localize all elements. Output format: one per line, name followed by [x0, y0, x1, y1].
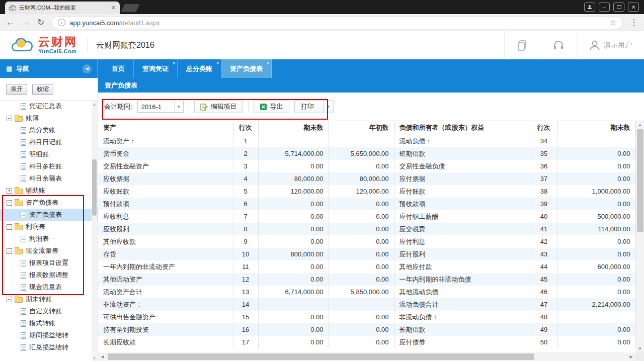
table-cell: 0.00 [329, 235, 394, 248]
scroll-down-icon[interactable]: ▼ [636, 345, 644, 352]
user-button[interactable]: 演示用户 [577, 31, 644, 59]
table-cell: 长期应收款 [98, 336, 233, 348]
table-row[interactable]: 其他流动资产120.000.00一年内到期的非流动负债450.00 [98, 273, 635, 286]
tree-item[interactable]: −利润表 [0, 221, 98, 233]
refresh-button[interactable]: ↻ [37, 18, 44, 27]
tree-item[interactable]: 现金流量表 [0, 281, 98, 293]
table-row[interactable]: 存货10800,000.000.00应付股利430.00 [98, 248, 635, 260]
table-vertical-scrollbar[interactable]: ▲ ▼ [636, 121, 644, 352]
column-header[interactable]: 负债和所有者（或股东）权益 [394, 121, 531, 135]
page-info-icon[interactable]: i [58, 19, 65, 26]
tree-item[interactable]: 报表数据调整 [0, 269, 98, 281]
print-dropdown-icon[interactable]: ▼ [323, 101, 333, 113]
expand-plus-icon[interactable]: + [7, 188, 12, 194]
column-header[interactable]: 行次 [233, 121, 258, 135]
table-row[interactable]: 持有至到期投资160.000.00长期借款490.00 [98, 323, 635, 336]
table-horizontal-scrollbar[interactable]: ◀ ▶ [98, 352, 644, 361]
table-row[interactable]: 长期应收款170.000.00应付债券500.00 [98, 336, 635, 348]
print-button[interactable]: 打印 ▼ [294, 100, 334, 113]
scroll-up-icon[interactable]: ▲ [92, 102, 97, 107]
tree-item[interactable]: 科目日记账 [0, 136, 98, 148]
table-row[interactable]: 应收账款5120,000.00120,000.00应付账款381,000,000… [98, 185, 635, 198]
browser-menu-icon[interactable]: ⋮ [630, 18, 638, 27]
collapse-minus-icon[interactable]: − [7, 200, 12, 206]
tab-close-icon[interactable]: × [216, 60, 219, 66]
maximize-button[interactable] [613, 3, 624, 12]
export-button[interactable]: 导出 [254, 100, 289, 113]
tree-item[interactable]: 科目多栏账 [0, 160, 98, 172]
tree-item[interactable]: 科目余额表 [0, 172, 98, 185]
tree-item[interactable]: −账簿 [0, 112, 98, 124]
table-row[interactable]: 应收利息70.000.00应付职工薪酬40500,000.00 [98, 210, 635, 223]
new-tab-button[interactable] [121, 4, 139, 12]
tab-1[interactable]: 查询凭证× [134, 59, 178, 78]
collapse-all-button[interactable]: 收缩 [32, 84, 53, 95]
table-row[interactable]: 货币资金25,714,000.005,650,000.00短期借款350.00 [98, 147, 635, 160]
collapse-minus-icon[interactable]: − [7, 297, 12, 302]
close-button[interactable]: ✕ [628, 3, 639, 12]
tree-item[interactable]: −期末转账 [0, 293, 98, 305]
column-header[interactable]: 行次 [531, 121, 557, 135]
tab-0[interactable]: 首页 [103, 59, 134, 78]
expand-all-button[interactable]: 展开 [6, 84, 27, 95]
tree-item[interactable]: 资产负债表 [0, 209, 98, 221]
tab-close-icon[interactable]: × [267, 60, 270, 66]
minimize-button[interactable]: – [599, 3, 610, 12]
table-row[interactable]: 非流动资产：14流动负债合计472,214,000.00 [98, 298, 635, 311]
bookmark-star-icon[interactable]: ☆ [610, 18, 616, 27]
scroll-right-icon[interactable]: ▶ [627, 352, 635, 361]
tree-item[interactable]: −现金流量表 [0, 245, 98, 257]
tree-item[interactable]: 报表项目设置 [0, 257, 98, 269]
browser-tab-close-icon[interactable]: ✕ [111, 5, 116, 11]
tree-item[interactable]: 模式转账 [0, 317, 98, 329]
back-button[interactable]: ← [6, 18, 15, 27]
tree-item[interactable]: 自定义转账 [0, 305, 98, 317]
tree-item[interactable]: +辅助账 [0, 185, 98, 197]
collapse-minus-icon[interactable]: − [7, 248, 12, 254]
column-header[interactable]: 期末数 [258, 121, 329, 135]
profile-button[interactable] [584, 3, 595, 12]
edit-items-button[interactable]: 编辑项目 [194, 100, 243, 113]
table-row[interactable]: 交易性金融资产30.000.00交易性金融负债360.00 [98, 160, 635, 172]
support-button[interactable] [540, 31, 577, 59]
documents-button[interactable] [504, 31, 540, 59]
tree-item[interactable]: 期间损益结转 [0, 329, 98, 341]
column-header[interactable]: 资产 [98, 121, 233, 135]
tree-item[interactable]: 汇兑损益结转 [0, 341, 98, 353]
tab-close-icon[interactable]: × [173, 60, 176, 66]
tree-item[interactable]: 明细账 [0, 148, 98, 160]
sidebar-collapse-button[interactable]: ◀ [83, 64, 92, 73]
table-row[interactable]: 流动资产：1流动负债：34 [98, 135, 635, 147]
sidebar-scroll-thumb[interactable] [92, 159, 97, 216]
chevron-down-icon[interactable]: ▼ [174, 101, 183, 112]
scroll-down-icon[interactable]: ▼ [92, 355, 97, 361]
browser-tab[interactable]: 云财网.COM--我的账套 ✕ [5, 2, 120, 14]
table-cell: 36 [531, 160, 557, 172]
horizontal-scroll-thumb[interactable] [108, 353, 534, 360]
vertical-scroll-thumb[interactable] [637, 129, 643, 232]
tree-item[interactable]: −资产负债表 [0, 197, 98, 209]
scroll-left-icon[interactable]: ◀ [98, 352, 107, 361]
collapse-minus-icon[interactable]: − [7, 116, 12, 121]
tree-item[interactable]: 总分类账 [0, 124, 98, 136]
collapse-minus-icon[interactable]: − [7, 224, 12, 230]
horizontal-scroll-track[interactable] [107, 352, 627, 361]
table-row[interactable]: 一年内到期的非流动资产110.000.00其他应付款44600,000.00 [98, 260, 635, 273]
sidebar-scrollbar[interactable]: ▲ ▼ [92, 102, 97, 361]
forward-button[interactable]: → [22, 18, 30, 27]
tree-item[interactable]: 凭证汇总表 [0, 101, 98, 112]
period-select[interactable]: 2016-1 ▼ [137, 101, 184, 113]
column-header[interactable]: 年初数 [329, 121, 394, 135]
table-row[interactable]: 其他应收款90.000.00应付利息420.00 [98, 235, 635, 248]
column-header[interactable]: 期末数 [557, 121, 635, 135]
scroll-up-icon[interactable]: ▲ [636, 121, 644, 129]
address-bar[interactable]: i app.yuncai5.com/default1.aspx ☆ [51, 16, 623, 29]
tree-item[interactable]: 利润表 [0, 233, 98, 245]
table-row[interactable]: 应收股利80.000.00应交税费41114,000.00 [98, 223, 635, 235]
table-row[interactable]: 应收票据480,000.0080,000.00应付票据370.00 [98, 172, 635, 185]
table-row[interactable]: 可供出售金融资产150.000.00非流动负债：48 [98, 311, 635, 323]
table-row[interactable]: 预付款项60.000.00预收款项390.00 [98, 198, 635, 210]
tab-3[interactable]: 资产负债表× [221, 59, 272, 78]
tab-2[interactable]: 总分类账× [178, 59, 221, 78]
table-row[interactable]: 流动资产合计136,714,000.005,850,000.00其他流动负债46… [98, 286, 635, 298]
